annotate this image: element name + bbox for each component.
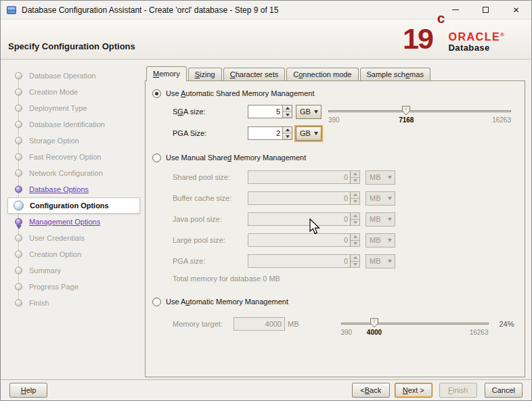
automatic-memory-radio[interactable] [152,298,161,306]
step-dot [15,267,22,275]
spinner-up-button [351,255,359,262]
sga-slider[interactable]: 390 7168 16263 [328,105,511,118]
step-dot [15,235,22,242]
close-icon: ✕ [512,6,519,14]
pga-size-input[interactable] [248,127,282,139]
chevron-down-icon [388,197,392,202]
java-pool-size-field [248,212,360,226]
next-button[interactable]: Next > [395,383,433,398]
step-dot [15,300,22,307]
chevron-down-icon [314,110,318,116]
automatic-shared-memory-label: Use Automatic Shared Memory Management [166,89,315,97]
step-dot [15,218,22,226]
close-button[interactable]: ✕ [501,1,531,19]
step-dot [15,186,22,193]
java-pool-size-row: Java pool size: MB [152,210,525,228]
memory-target-slider-track [341,323,489,325]
maximize-icon [483,7,489,13]
logo-product: Database [449,43,504,53]
sidebar-item-database-identification: Database Identification [1,116,143,133]
manual-shared-memory-label: Use Manual Shared Memory Management [166,154,306,162]
sga-size-input[interactable] [248,105,282,118]
minimize-icon [452,9,459,10]
tab-character-sets[interactable]: Character sets [223,68,286,80]
manual-shared-memory-radio[interactable] [152,154,161,162]
sidebar-item-finish: Finish [1,295,143,311]
automatic-shared-memory-radio[interactable] [152,89,161,98]
spinner-down-button[interactable] [283,112,292,118]
wizard-body: Database Operation Creation Mode Deploym… [1,60,531,379]
chevron-down-icon [388,260,392,265]
sidebar-item-management-options[interactable]: Management Options [1,214,143,230]
sidebar-item-database-options[interactable]: Database Options [1,181,143,197]
tab-connection-mode[interactable]: Connection mode [286,68,358,80]
spinner-up-button [351,192,359,199]
sga-unit-select[interactable]: GB [296,105,322,119]
cancel-button[interactable]: Cancel [485,383,523,398]
memory-target-slider: 390 4000 16263 [341,317,489,331]
pga-size-field[interactable] [248,126,292,140]
buffer-cache-size-label: Buffer cache size: [173,194,248,202]
back-button[interactable]: < Back [352,383,390,398]
sidebar-item-summary: Summary [1,262,143,279]
logo-19: 19 [403,22,433,55]
tab-memory[interactable]: Memory [146,66,187,81]
shared-pool-size-input [248,171,350,183]
manual-pga-unit-select: MB [365,254,395,268]
manual-pga-size-row: PGA size: MB [152,252,525,270]
sga-spinner [282,105,292,118]
sidebar-item-fast-recovery-option: Fast Recovery Option [1,149,143,165]
sga-size-field[interactable] [248,105,292,118]
button-bar: Help < Back Next > Finish Cancel [1,379,531,400]
chevron-down-icon [388,218,392,223]
memory-target-slider-max-label: 16263 [470,329,489,336]
spinner-down-button [351,199,359,205]
step-dot [15,105,22,112]
dbca-window: Database Configuration Assistant - Creat… [0,0,532,401]
manual-pga-size-label: PGA size: [173,257,248,265]
spinner-up-button [351,171,359,178]
spinner-down-button [351,220,359,226]
tab-sizing[interactable]: Sizing [188,68,222,80]
spinner-up-button[interactable] [283,105,292,112]
spinner-down-button[interactable] [283,134,292,140]
step-dot [15,121,22,128]
total-memory-note: Total memory for database 0 MB [173,275,280,283]
step-dot [15,170,22,177]
finish-button: Finish [439,383,477,398]
sga-slider-max-label: 16263 [492,116,511,124]
spinner-down-button [351,178,359,184]
shared-pool-size-label: Shared pool size: [173,173,248,181]
large-pool-size-row: Large pool size: MB [152,231,525,249]
step-dot [15,251,22,258]
manual-shared-memory-radio-row: Use Manual Shared Memory Management [152,151,525,164]
manual-pga-size-input [248,255,350,267]
window-controls: ✕ [440,1,531,19]
buffer-cache-size-field [248,191,360,205]
large-pool-size-label: Large pool size: [173,236,248,244]
sga-size-label: SGA size: [173,108,248,116]
help-button[interactable]: Help [9,383,47,398]
spinner-down-button [351,241,359,247]
memory-tab-panel: Use Automatic Shared Memory Management S… [145,80,525,377]
memory-target-input [234,317,285,331]
shared-pool-size-field [248,170,360,184]
sga-size-row: SGA size: GB [152,103,525,120]
sga-slider-track[interactable] [328,110,511,112]
step-dot [15,89,22,96]
memory-target-unit-label: MB [288,320,299,328]
spinner-up-button[interactable] [283,127,292,134]
step-dot [15,154,22,161]
tab-sample-schemas[interactable]: Sample schemas [360,68,430,80]
sidebar-item-progress-page: Progress Page [1,279,143,295]
sga-slider-thumb[interactable] [402,105,411,116]
logo-c: c [437,10,445,26]
sidebar-item-configuration-options[interactable]: Configuration Options [7,197,140,214]
memory-target-row: Memory target: MB 390 4000 16263 24% [152,315,525,333]
titlebar[interactable]: Database Configuration Assistant - Creat… [1,1,531,20]
memory-target-slider-min-label: 390 [341,329,353,336]
main-area: Memory Sizing Character sets Connection … [143,60,531,379]
pga-unit-select[interactable]: GB [296,126,322,141]
large-pool-size-field [248,233,360,247]
maximize-button[interactable] [470,1,501,19]
